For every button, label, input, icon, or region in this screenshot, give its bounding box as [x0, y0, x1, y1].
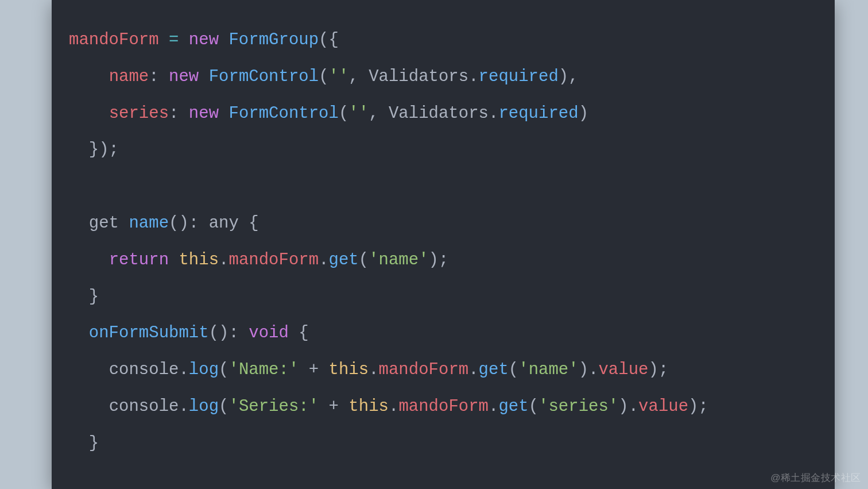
code-token: ( — [319, 67, 328, 86]
code-token: return — [109, 251, 179, 269]
code-token: , Validators. — [348, 67, 478, 86]
code-token: get — [89, 214, 129, 233]
code-indent — [69, 67, 109, 86]
code-token: mandoForm — [379, 360, 469, 379]
code-token: name — [129, 214, 169, 233]
code-token: = — [169, 30, 189, 49]
code-token: FormControl — [209, 67, 319, 86]
code-token: this — [348, 397, 389, 416]
code-token: (): — [209, 324, 249, 342]
code-token: new — [189, 30, 229, 49]
code-token: get — [329, 251, 359, 269]
code-line: console.log('Name:' + this.mandoForm.get… — [69, 360, 668, 379]
code-token: } — [89, 287, 99, 306]
code-line: console.log('Series:' + this.mandoForm.g… — [69, 397, 708, 416]
code-token: + — [319, 397, 348, 416]
code-token: name — [109, 67, 149, 86]
code-indent — [69, 104, 109, 123]
code-indent — [69, 360, 109, 379]
code-token: get — [479, 360, 509, 379]
code-token: console. — [109, 360, 189, 379]
code-token: ( — [509, 360, 518, 379]
code-token: series — [109, 104, 169, 123]
code-indent — [69, 434, 89, 453]
code-token: : — [149, 67, 169, 86]
code-line: onFormSubmit(): void { — [69, 324, 309, 342]
code-token: : — [169, 104, 189, 123]
code-token: mandoForm — [398, 397, 489, 416]
code-token: ); — [648, 360, 668, 379]
code-editor-panel: mandoForm = new FormGroup({ name: new Fo… — [52, 0, 835, 489]
code-token: void — [249, 324, 289, 342]
code-token: . — [489, 397, 498, 416]
code-line: }); — [69, 140, 119, 159]
code-token: , Validators. — [369, 104, 498, 123]
code-indent — [69, 214, 89, 233]
code-token: 'series' — [538, 397, 618, 416]
code-token: ( — [529, 397, 538, 416]
code-token: FormGroup — [228, 30, 319, 49]
code-token: . — [319, 251, 328, 269]
code-token: required — [479, 67, 559, 86]
code-token: } — [89, 434, 99, 453]
code-token: . — [369, 360, 378, 379]
code-token: this — [329, 360, 369, 379]
code-token: log — [189, 360, 219, 379]
code-token: this — [179, 251, 219, 269]
code-token: new — [189, 104, 229, 123]
code-token: FormControl — [228, 104, 338, 123]
code-token: get — [498, 397, 528, 416]
code-token: onFormSubmit — [89, 324, 209, 342]
code-token: ({ — [319, 30, 339, 49]
code-line: mandoForm = new FormGroup({ — [69, 30, 339, 49]
code-block: mandoForm = new FormGroup({ name: new Fo… — [69, 22, 817, 462]
code-token: mandoForm — [69, 30, 169, 49]
code-token: ( — [219, 360, 228, 379]
code-indent — [69, 287, 89, 306]
code-token: required — [498, 104, 578, 123]
code-token: 'Name:' — [228, 360, 299, 379]
code-line: return this.mandoForm.get('name'); — [69, 251, 448, 269]
code-indent — [69, 140, 89, 159]
code-token: ), — [559, 67, 579, 86]
code-token: { — [289, 324, 309, 342]
code-token: console. — [109, 397, 189, 416]
code-line: } — [69, 287, 99, 306]
code-token: log — [189, 397, 219, 416]
code-token: value — [638, 397, 688, 416]
code-indent — [69, 251, 109, 269]
code-token: '' — [348, 104, 369, 123]
code-line: get name(): any { — [69, 214, 259, 233]
code-token: ( — [339, 104, 348, 123]
code-token: ); — [429, 251, 449, 269]
code-token: ) — [579, 104, 588, 123]
code-line: series: new FormControl('', Validators.r… — [69, 104, 588, 123]
code-token: ); — [688, 397, 708, 416]
code-indent — [69, 324, 89, 342]
code-token: ( — [359, 251, 369, 269]
code-token: 'Series:' — [228, 397, 319, 416]
page-canvas: mandoForm = new FormGroup({ name: new Fo… — [0, 0, 868, 489]
code-token: + — [299, 360, 328, 379]
code-token: new — [169, 67, 209, 86]
code-line: name: new FormControl('', Validators.req… — [69, 67, 579, 86]
code-token: mandoForm — [228, 251, 319, 269]
code-indent — [69, 397, 109, 416]
code-token: . — [468, 360, 478, 379]
code-token: value — [598, 360, 648, 379]
code-token: 'name' — [369, 251, 428, 269]
code-token: . — [219, 251, 228, 269]
code-line: } — [69, 434, 99, 453]
code-token: . — [389, 397, 398, 416]
code-token: ). — [618, 397, 638, 416]
code-token: }); — [89, 140, 119, 159]
code-token: (): any { — [169, 214, 259, 233]
code-token: ). — [579, 360, 599, 379]
code-token: '' — [329, 67, 349, 86]
code-token: 'name' — [518, 360, 578, 379]
code-token: ( — [219, 397, 228, 416]
